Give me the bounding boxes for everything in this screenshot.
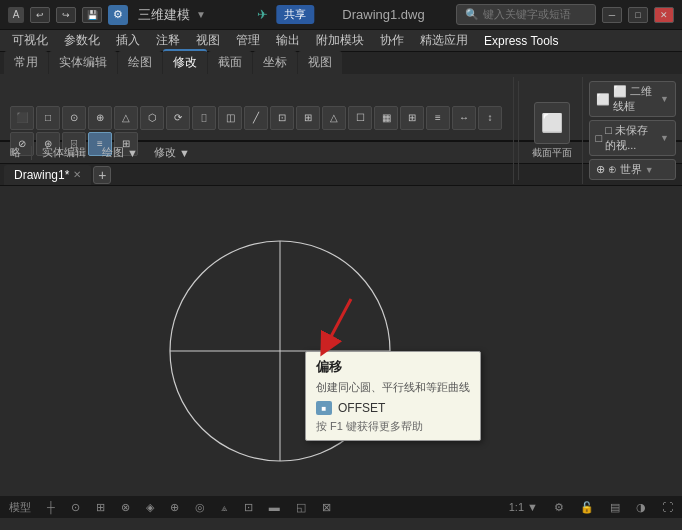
view-style-arrow: ▼	[660, 94, 669, 104]
status-bar: 模型 ┼ ⊙ ⊞ ⊗ ◈ ⊕ ◎ ⟁ ⊡ ▬ ◱ ⊠ 1:1 ▼ ⚙ 🔓 ▤ ◑…	[0, 496, 682, 518]
customization-btn[interactable]: ⚙	[108, 5, 128, 25]
menu-visualize[interactable]: 可视化	[4, 30, 56, 51]
ucs-icon: ⊕	[596, 163, 605, 176]
menu-addins[interactable]: 附加模块	[308, 30, 372, 51]
menu-collaborate[interactable]: 协作	[372, 30, 412, 51]
status-osnap[interactable]: ⊕	[167, 501, 182, 514]
nav-略[interactable]: 略	[4, 143, 27, 162]
doc-tab-close[interactable]: ✕	[73, 169, 81, 180]
rb-btn-7[interactable]: ⟳	[166, 106, 190, 130]
status-fullscreen[interactable]: ⛶	[659, 501, 676, 513]
rb-btn-15[interactable]: ▦	[374, 106, 398, 130]
rb-btn-6[interactable]: ⬡	[140, 106, 164, 130]
new-tab-btn[interactable]: +	[93, 166, 111, 184]
rb-btn-2[interactable]: □	[36, 106, 60, 130]
doc-tab-drawing1[interactable]: Drawing1* ✕	[4, 165, 91, 185]
view-preset-dropdown[interactable]: □ □ 未保存的视... ▼	[589, 120, 676, 156]
menu-insert[interactable]: 插入	[108, 30, 148, 51]
tab-coordinate[interactable]: 坐标	[253, 51, 297, 74]
close-btn[interactable]: ✕	[654, 7, 674, 23]
search-bar[interactable]: 🔍 键入关键字或短语	[456, 4, 596, 25]
status-isolate[interactable]: ◑	[633, 501, 649, 514]
rb-btn-14[interactable]: ☐	[348, 106, 372, 130]
menu-manage[interactable]: 管理	[228, 30, 268, 51]
status-annotation-scale[interactable]: 1:1 ▼	[506, 501, 541, 513]
minimize-btn[interactable]: ─	[602, 7, 622, 23]
ucs-dropdown[interactable]: ⊕ ⊕ 世界 ▼	[589, 159, 676, 180]
tab-home[interactable]: 常用	[4, 51, 48, 74]
tab-draw[interactable]: 绘图	[118, 51, 162, 74]
menu-parametric[interactable]: 参数化	[56, 30, 108, 51]
modify-arrow: ▼	[179, 147, 190, 159]
tooltip-description: 创建同心圆、平行线和等距曲线	[316, 380, 470, 395]
status-3dosnap[interactable]: ◎	[192, 501, 208, 514]
rb-btn-12[interactable]: ⊞	[296, 106, 320, 130]
section-label: 截面平面	[532, 146, 572, 160]
status-lineweight[interactable]: ▬	[266, 501, 283, 513]
search-placeholder: 键入关键字或短语	[483, 7, 571, 22]
rb-btn-3[interactable]: ⊙	[62, 106, 86, 130]
status-workspace[interactable]: ⚙	[551, 501, 567, 514]
rb-btn-17[interactable]: ≡	[426, 106, 450, 130]
rb-btn-8[interactable]: ⌷	[192, 106, 216, 130]
rb-btn-5[interactable]: △	[114, 106, 138, 130]
status-transparency[interactable]: ◱	[293, 501, 309, 514]
ucs-label: ⊕ 世界	[608, 162, 642, 177]
nav-modify[interactable]: 修改 ▼	[148, 143, 196, 162]
status-grid[interactable]: ┼	[44, 501, 58, 513]
doc-name: Drawing1.dwg	[342, 7, 424, 22]
share-icon: ✈	[257, 7, 268, 22]
rb-btn-10[interactable]: ╱	[244, 106, 268, 130]
status-polar[interactable]: ⊗	[118, 501, 133, 514]
status-lock[interactable]: 🔓	[577, 501, 597, 514]
status-isoaxis[interactable]: ◈	[143, 501, 157, 514]
nav-solid-edit[interactable]: 实体编辑	[36, 143, 92, 162]
tooltip-command: ■ OFFSET	[316, 401, 470, 415]
section-plane-btn[interactable]: ⬜ 截面平面	[532, 102, 572, 160]
app-icon: A	[8, 7, 24, 23]
ucs-arrow: ▼	[645, 165, 654, 175]
undo-btn[interactable]: ↩	[30, 7, 50, 23]
canvas-area: 偏移 创建同心圆、平行线和等距曲线 ■ OFFSET 按 F1 键获得更多帮助	[0, 186, 682, 496]
tab-solid-edit[interactable]: 实体编辑	[49, 51, 117, 74]
menu-annotate[interactable]: 注释	[148, 30, 188, 51]
tab-section[interactable]: 截面	[208, 51, 252, 74]
app-name: 三维建模	[138, 6, 190, 24]
toolbar-down-icon[interactable]: ▼	[196, 9, 206, 20]
status-selcycle[interactable]: ⊠	[319, 501, 334, 514]
rb-btn-13[interactable]: △	[322, 106, 346, 130]
status-ortho[interactable]: ⊞	[93, 501, 108, 514]
status-ducs[interactable]: ⟁	[218, 501, 231, 513]
share-button[interactable]: 共享	[276, 5, 314, 24]
title-bar-left: A ↩ ↪ 💾 ⚙ 三维建模 ▼	[8, 5, 206, 25]
rb-btn-18[interactable]: ↔	[452, 106, 476, 130]
status-dynin[interactable]: ⊡	[241, 501, 256, 514]
title-bar-center: ✈ 共享 Drawing1.dwg	[257, 5, 424, 24]
svg-line-4	[326, 299, 351, 346]
menu-featured[interactable]: 精选应用	[412, 30, 476, 51]
rb-btn-11[interactable]: ⊡	[270, 106, 294, 130]
menu-express-tools[interactable]: Express Tools	[476, 30, 566, 51]
tooltip-help: 按 F1 键获得更多帮助	[316, 419, 470, 434]
view-style-dropdown[interactable]: ⬜ ⬜ 二维线框 ▼	[589, 81, 676, 117]
menu-output[interactable]: 输出	[268, 30, 308, 51]
status-snap[interactable]: ⊙	[68, 501, 83, 514]
rb-btn-1[interactable]: ⬛	[10, 106, 34, 130]
rb-btn-19[interactable]: ↕	[478, 106, 502, 130]
nav-draw[interactable]: 绘图 ▼	[96, 143, 144, 162]
tab-modify[interactable]: 修改	[163, 49, 207, 74]
menu-view[interactable]: 视图	[188, 30, 228, 51]
save-btn[interactable]: 💾	[82, 7, 102, 23]
canvas-container[interactable]: 偏移 创建同心圆、平行线和等距曲线 ■ OFFSET 按 F1 键获得更多帮助	[0, 186, 682, 496]
rb-btn-9[interactable]: ◫	[218, 106, 242, 130]
maximize-btn[interactable]: □	[628, 7, 648, 23]
rb-btn-16[interactable]: ⊞	[400, 106, 424, 130]
redo-btn[interactable]: ↪	[56, 7, 76, 23]
status-hardware[interactable]: ▤	[607, 501, 623, 514]
share-label: 共享	[284, 7, 306, 22]
status-model[interactable]: 模型	[6, 500, 34, 515]
view-preset-icon: □	[596, 132, 603, 144]
rb-btn-4[interactable]: ⊕	[88, 106, 112, 130]
tab-view[interactable]: 视图	[298, 51, 342, 74]
ribbon-tabs: 常用 实体编辑 绘图 修改 截面 坐标 视图	[0, 52, 682, 74]
